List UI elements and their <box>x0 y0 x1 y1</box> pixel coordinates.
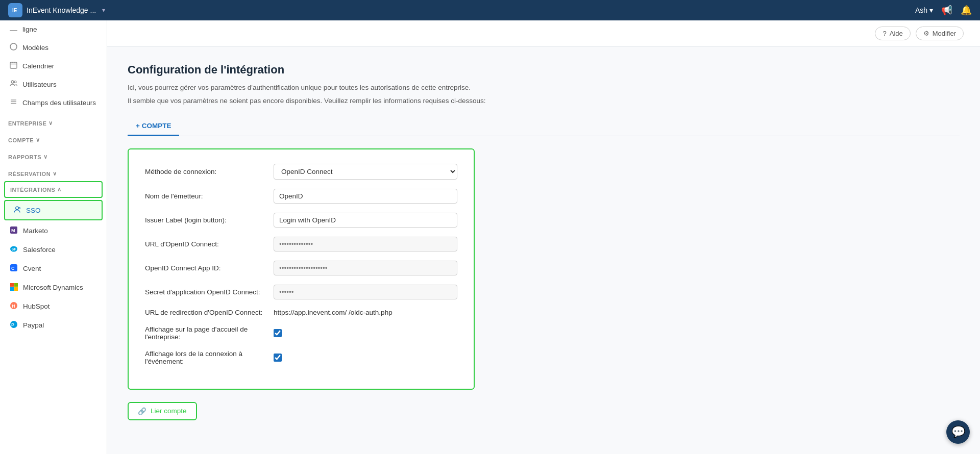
sidebar-item-utilisateurs[interactable]: Utilisateurs <box>0 75 107 93</box>
user-menu[interactable]: Ash ▾ <box>915 6 933 14</box>
svg-point-8 <box>14 81 16 83</box>
sidebar-item-microsoft-dynamics[interactable]: Microsoft Dynamics <box>0 278 107 297</box>
ligne-icon: — <box>10 25 17 34</box>
sidebar-item-label: Paypal <box>23 321 44 329</box>
tab-compte[interactable]: + COMPTE <box>128 117 179 136</box>
sidebar-item-label: Calendrier <box>22 62 54 70</box>
section-chevron: ∧ <box>57 186 62 193</box>
link-account-button[interactable]: 🔗 Lier compte <box>128 402 197 420</box>
main-layout: — ligne Modèles Calendrier Utilisateurs <box>0 20 980 454</box>
sidebar-item-label: Salesforce <box>23 246 56 254</box>
svg-text:IE: IE <box>12 8 17 13</box>
modifier-button[interactable]: ⚙ Modifier <box>916 27 964 40</box>
affichage-accueil-label: Affichage sur la page d'accueil de l'ent… <box>145 325 267 341</box>
cvent-icon: C <box>10 264 18 273</box>
sidebar-item-label: HubSpot <box>23 302 50 310</box>
svg-rect-20 <box>10 283 14 287</box>
sidebar-item-paypal[interactable]: P Paypal <box>0 316 107 335</box>
gear-icon: ⚙ <box>923 30 929 37</box>
section-label: RÉSERVATION <box>8 171 51 177</box>
section-label: RAPPORTS <box>8 154 41 160</box>
form-row-url-openid: URL d'OpenID Connect: <box>145 237 457 251</box>
tab-bar: + COMPTE <box>128 117 960 136</box>
section-chevron: ∨ <box>53 170 57 177</box>
issuer-name-input[interactable] <box>274 189 457 204</box>
affichage-accueil-checkbox[interactable] <box>274 329 282 337</box>
issuer-login-input[interactable] <box>274 213 457 228</box>
svg-point-13 <box>19 208 20 209</box>
sidebar-item-sso[interactable]: SSO <box>4 200 103 220</box>
svg-text:H: H <box>12 304 15 309</box>
aide-label: Aide <box>890 30 903 37</box>
page-title: Configuration de l'intégration <box>128 63 960 77</box>
section-label: COMPTE <box>8 137 34 143</box>
form-row-secret: Secret d'application OpenID Connect: <box>145 285 457 299</box>
form-row-affichage-connexion: Affichage lors de la connexion à l'événe… <box>145 350 457 365</box>
sidebar-item-hubspot[interactable]: H HubSpot <box>0 297 107 316</box>
sidebar-item-ligne[interactable]: — ligne <box>0 20 107 38</box>
sidebar-item-salesforce[interactable]: SF Salesforce <box>0 240 107 259</box>
megaphone-icon[interactable]: 📢 <box>941 5 952 16</box>
content-header: ? Aide ⚙ Modifier <box>107 20 980 47</box>
sidebar: — ligne Modèles Calendrier Utilisateurs <box>0 20 107 454</box>
form-row-method: Méthode de connexion: OpenID Connect <box>145 164 457 180</box>
svg-point-7 <box>11 81 14 83</box>
form-row-redirect: URL de redirection d'OpenID Connect: htt… <box>145 309 457 316</box>
app-title-chevron[interactable]: ▾ <box>102 7 105 14</box>
svg-point-12 <box>16 207 19 210</box>
sidebar-section-integrations[interactable]: INTÉGRATIONS ∧ <box>4 181 103 198</box>
calendrier-icon <box>10 61 17 70</box>
topbar-right: Ash ▾ 📢 🔔 <box>915 5 972 16</box>
redirect-value: https://app.inevent.com/ /oidc-auth.php <box>274 309 457 316</box>
marketo-icon: M <box>10 226 18 236</box>
topbar-left: IE InEvent Knowledge ... ▾ <box>8 3 105 17</box>
aide-button[interactable]: ? Aide <box>875 27 910 40</box>
app-title: InEvent Knowledge ... <box>27 6 96 14</box>
section-chevron: ∨ <box>43 154 48 160</box>
affichage-connexion-checkbox[interactable] <box>274 354 282 362</box>
sidebar-item-modeles[interactable]: Modèles <box>0 38 107 57</box>
app-logo: IE <box>8 3 22 17</box>
chat-bubble[interactable]: 💬 <box>946 420 970 444</box>
modeles-icon <box>10 43 17 52</box>
method-select[interactable]: OpenID Connect <box>274 164 457 180</box>
secret-input[interactable] <box>274 285 457 299</box>
app-id-input[interactable] <box>274 261 457 275</box>
sso-icon <box>13 206 21 215</box>
issuer-login-label: Issuer Label (login button): <box>145 216 267 224</box>
sidebar-section-entreprise[interactable]: ENTREPRISE ∨ <box>0 116 107 129</box>
sidebar-item-label: Microsoft Dynamics <box>23 284 83 291</box>
url-openid-input[interactable] <box>274 237 457 251</box>
hubspot-icon: H <box>10 301 18 311</box>
modifier-label: Modifier <box>933 30 956 37</box>
sidebar-item-label: SSO <box>26 207 41 214</box>
sidebar-item-calendrier[interactable]: Calendrier <box>0 57 107 75</box>
sidebar-section-compte[interactable]: COMPTE ∨ <box>0 133 107 145</box>
sidebar-item-cvent[interactable]: C Cvent <box>0 259 107 278</box>
main-content: ? Aide ⚙ Modifier Configuration de l'int… <box>107 20 980 454</box>
sidebar-item-champs[interactable]: Champs des utilisateurs <box>0 93 107 112</box>
url-openid-label: URL d'OpenID Connect: <box>145 240 267 248</box>
svg-text:M: M <box>11 228 15 233</box>
question-icon: ? <box>883 30 886 37</box>
microsoft-dynamics-icon <box>10 283 18 292</box>
form-row-issuer-name: Nom de l'émetteur: <box>145 189 457 204</box>
content-body: Configuration de l'intégration Ici, vous… <box>107 47 980 437</box>
section-chevron: ∨ <box>48 120 53 127</box>
redirect-label: URL de redirection d'OpenID Connect: <box>145 309 267 316</box>
svg-rect-22 <box>10 287 14 291</box>
link-icon: 🔗 <box>138 407 146 415</box>
chat-icon: 💬 <box>951 425 965 439</box>
topbar: IE InEvent Knowledge ... ▾ Ash ▾ 📢 🔔 <box>0 0 980 20</box>
sidebar-item-marketo[interactable]: M Marketo <box>0 221 107 240</box>
sidebar-section-reservation[interactable]: RÉSERVATION ∨ <box>0 166 107 179</box>
form-row-affichage-accueil: Affichage sur la page d'accueil de l'ent… <box>145 325 457 341</box>
issuer-name-label: Nom de l'émetteur: <box>145 192 267 200</box>
svg-rect-3 <box>10 62 17 68</box>
sidebar-item-label: ligne <box>22 26 37 33</box>
bell-icon[interactable]: 🔔 <box>961 5 972 16</box>
app-id-label: OpenID Connect App ID: <box>145 264 267 272</box>
link-account-label: Lier compte <box>151 407 187 415</box>
sidebar-section-rapports[interactable]: RAPPORTS ∨ <box>0 149 107 162</box>
sidebar-item-label: Utilisateurs <box>22 81 57 88</box>
